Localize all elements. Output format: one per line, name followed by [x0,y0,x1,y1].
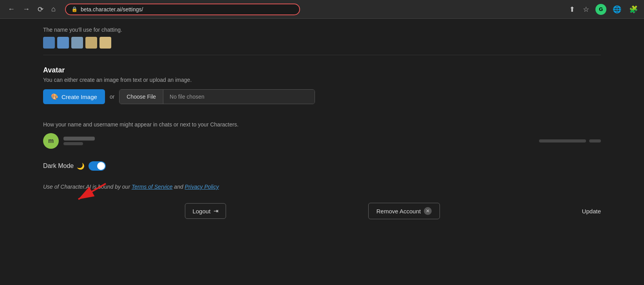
preview-name-block [63,137,95,145]
browser-actions: ⬆ ☆ G 🌐 🧩 [568,4,639,15]
back-button[interactable]: ← [5,4,18,15]
browser-chrome: ← → ⟳ ⌂ 🔒 beta.character.ai/settings/ ⬆ … [0,0,644,19]
remove-x-text: ✕ [426,208,430,214]
logout-button[interactable]: Logout ⇥ [185,203,226,219]
choose-file-button[interactable]: Choose File [119,90,163,104]
logout-icon: ⇥ [213,207,219,215]
swatch-4[interactable] [85,37,97,49]
remove-x-icon: ✕ [424,207,432,215]
nav-buttons: ← → ⟳ ⌂ [5,4,59,15]
preview-bar-right-2 [589,139,601,142]
remove-account-label: Remove Account [376,208,421,215]
forward-button[interactable]: → [20,4,33,15]
dark-mode-label: Dark Mode [43,162,74,170]
avatar-controls: 🎨 Create Image or Choose File No file ch… [43,89,601,104]
file-input-area: Choose File No file chosen [119,89,315,104]
preview-bar-right-1 [539,139,586,142]
privacy-policy-link[interactable]: Privacy Policy [185,184,219,190]
palette-icon: 🎨 [51,93,58,100]
terms-prefix: Use of Character.AI is bound by our [43,184,132,190]
home-button[interactable]: ⌂ [48,4,59,15]
preview-name-bar [63,137,95,141]
bottom-actions: Logout ⇥ Remove Account ✕ Update [43,203,601,219]
bookmark-button[interactable]: ☆ [581,4,591,15]
terms-of-service-link[interactable]: Terms of Service [132,184,173,190]
color-swatches [43,37,601,49]
name-subtitle: The name you'll use for chatting. [43,27,601,33]
page-content: The name you'll use for chatting. Avatar… [0,19,644,285]
avatar-description: You can either create an image from text… [43,77,601,83]
red-arrow-svg [39,176,118,215]
avatar-title: Avatar [43,66,601,74]
update-button[interactable]: Update [582,204,601,218]
reload-button[interactable]: ⟳ [34,4,47,15]
swatch-2[interactable] [57,37,69,49]
preview-description: How your name and username might appear … [43,121,601,128]
moon-icon: 🌙 [77,162,85,170]
create-image-label: Create Image [62,94,97,100]
preview-right [539,139,601,142]
preview-username-bar [63,142,83,145]
terms-section: Use of Character.AI is bound by our Term… [43,183,601,190]
share-button[interactable]: ⬆ [568,4,577,15]
or-text: or [110,94,114,100]
swatch-3[interactable] [71,37,83,49]
no-file-text: No file chosen [163,90,315,104]
preview-section: How your name and username might appear … [43,118,601,149]
create-image-button[interactable]: 🎨 Create Image [43,89,105,104]
terms-middle: and [172,184,185,190]
address-bar-container: 🔒 beta.character.ai/settings/ [65,4,300,15]
terms-text: Use of Character.AI is bound by our Term… [43,184,219,190]
avatar-preview: m [43,133,59,149]
avatar-section: Avatar You can either create an image fr… [43,66,601,104]
swatch-5[interactable] [99,37,111,49]
dark-mode-toggle[interactable] [89,161,106,171]
swatch-1[interactable] [43,37,55,49]
extensions-button[interactable]: 🧩 [628,4,639,15]
remove-account-button[interactable]: Remove Account ✕ [368,203,440,219]
dark-mode-section: Dark Mode 🌙 [43,161,601,171]
logout-label: Logout [192,208,210,215]
toggle-thumb [97,162,105,170]
lock-icon: 🔒 [71,6,78,12]
url-text: beta.character.ai/settings/ [81,6,143,13]
browser-profile-icon[interactable]: G [595,4,606,15]
name-section: The name you'll use for chatting. [43,27,601,55]
address-bar[interactable]: 🔒 beta.character.ai/settings/ [65,4,300,15]
globe-button[interactable]: 🌐 [611,4,623,15]
preview-area: m [43,133,601,149]
